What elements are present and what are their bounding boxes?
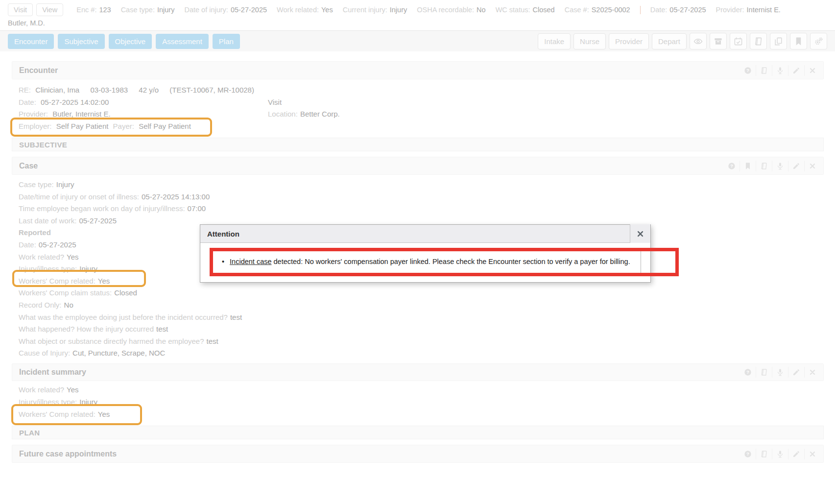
field-label: Injury/illness type: [19, 264, 77, 273]
incident-case-link[interactable]: Incident case [230, 258, 271, 265]
close-icon[interactable] [630, 224, 650, 243]
field-value: S2025-0002 [592, 6, 630, 14]
help-icon[interactable]: ? [723, 161, 740, 171]
field-value: Yes [321, 6, 333, 14]
visit-button[interactable]: Visit [8, 3, 33, 16]
tab-objective[interactable]: Objective [109, 34, 152, 49]
section-title: Encounter [19, 66, 58, 75]
edit-icon[interactable] [788, 65, 804, 76]
microphone-icon[interactable] [772, 449, 788, 459]
close-icon[interactable] [804, 161, 820, 171]
incident-summary-section: Incident summary ? Work related?Yes Inju… [12, 363, 824, 420]
case-header-bar: Visit View Enc #:123 Case type:Injury Da… [0, 0, 835, 28]
field-row: Case type:Injury [19, 179, 824, 191]
bookmark-icon[interactable] [790, 33, 807, 49]
field-label: Cause of Injury: [19, 349, 70, 357]
field-label: Case type: [19, 180, 54, 189]
field-row: Date/time of injury or onset of illness:… [19, 191, 824, 203]
re-label: RE: [19, 86, 31, 94]
field-label: Work related? [19, 253, 64, 261]
book-icon[interactable] [756, 367, 772, 378]
book-icon[interactable] [750, 33, 767, 49]
svg-text:?: ? [746, 452, 749, 456]
section-actions: ? [740, 449, 820, 459]
payer-label: Payer: [113, 122, 134, 130]
field-value: Yes [67, 385, 78, 394]
intake-button[interactable]: Intake [538, 33, 571, 49]
tab-encounter[interactable]: Encounter [8, 34, 54, 49]
svg-text:?: ? [730, 164, 733, 168]
field-row: What happened? How the injury occurredte… [19, 323, 824, 336]
date-of-injury-field: Date of injury:05-27-2025 [184, 6, 267, 14]
field-label: What object or substance directly harmed… [19, 337, 204, 345]
visit-heading: Visit [268, 96, 282, 109]
depart-button[interactable]: Depart [652, 33, 687, 49]
field-label: Location: [268, 110, 298, 118]
help-icon[interactable]: ? [740, 65, 756, 76]
field-value: test [207, 337, 218, 345]
encounter-section: Encounter ? RE: Clinician, Ima 03-03-198… [12, 61, 824, 132]
employer-value: Self Pay Patient [56, 122, 109, 130]
field-label: Reported [19, 228, 51, 237]
archive-icon[interactable] [710, 33, 727, 49]
field-label: OSHA recordable: [417, 6, 474, 14]
field-label: Provider: [19, 110, 48, 118]
patient-re-row: RE: Clinician, Ima 03-03-1983 42 y/o (TE… [19, 84, 824, 96]
help-icon[interactable]: ? [740, 449, 756, 459]
future-appointments-section: Future case appointments ? [12, 445, 824, 463]
case-section-header: Case ? [12, 157, 824, 175]
encounter-page: Visit View Enc #:123 Case type:Injury Da… [0, 0, 835, 504]
field-label: Current injury: [343, 6, 387, 14]
calendar-check-icon[interactable] [730, 33, 747, 49]
view-button[interactable]: View [36, 3, 63, 16]
edit-icon[interactable] [788, 449, 804, 459]
tab-assessment[interactable]: Assessment [156, 34, 209, 49]
encounter-section-header: Encounter ? [12, 61, 824, 79]
eye-icon[interactable] [690, 33, 707, 49]
field-label: Provider: [716, 6, 744, 14]
field-value: Butler, Internist E. [52, 110, 110, 118]
field-label: Injury/illness type: [19, 398, 77, 406]
nurse-button[interactable]: Nurse [573, 33, 606, 49]
book-icon[interactable] [756, 65, 772, 76]
field-row: Workers' Comp claim status:Closed [19, 287, 824, 299]
microphone-icon[interactable] [772, 161, 788, 171]
field-value: 05-27-2025 14:13:00 [142, 192, 210, 201]
field-label: Work related: [277, 6, 319, 14]
workers-comp-related-row: Workers' Comp related:Yes [19, 408, 824, 421]
field-row: Work related?Yes [19, 384, 824, 396]
field-value: 07:00 [188, 204, 206, 213]
alert-message-box: •Incident case detected: No workers' com… [210, 250, 641, 274]
employer-payer-row: Employer: Self Pay Patient Payer: Self P… [19, 120, 824, 133]
close-icon[interactable] [804, 367, 820, 378]
gears-icon[interactable] [810, 33, 827, 49]
svg-text:?: ? [746, 68, 749, 73]
help-icon[interactable]: ? [740, 367, 756, 378]
field-value: Injury [79, 398, 97, 406]
microphone-icon[interactable] [772, 65, 788, 76]
book-icon[interactable] [756, 161, 772, 171]
tab-plan[interactable]: Plan [213, 34, 240, 49]
provider-button[interactable]: Provider [609, 33, 649, 49]
svg-text:?: ? [746, 370, 749, 375]
field-label: Date: [19, 98, 36, 106]
book-icon[interactable] [756, 449, 772, 459]
field-value: Injury [79, 264, 97, 273]
field-value: No [477, 6, 486, 14]
close-icon[interactable] [804, 65, 820, 76]
microphone-icon[interactable] [772, 367, 788, 378]
copy-icon[interactable] [770, 33, 787, 49]
case-header-row1: Visit View Enc #:123 Case type:Injury Da… [8, 3, 827, 16]
field-value: test [156, 325, 168, 333]
header-divider [640, 6, 641, 14]
field-row: What was the employee doing just before … [19, 312, 824, 324]
edit-icon[interactable] [788, 367, 804, 378]
edit-icon[interactable] [788, 161, 804, 171]
bookmark-icon[interactable] [740, 161, 756, 171]
field-label: WC status: [496, 6, 530, 14]
tab-subjective[interactable]: Subjective [58, 34, 104, 49]
field-label: What was the employee doing just before … [19, 313, 228, 321]
visit-heading-text: Visit [268, 98, 282, 106]
close-icon[interactable] [804, 449, 820, 459]
field-label: Case type: [121, 6, 155, 14]
